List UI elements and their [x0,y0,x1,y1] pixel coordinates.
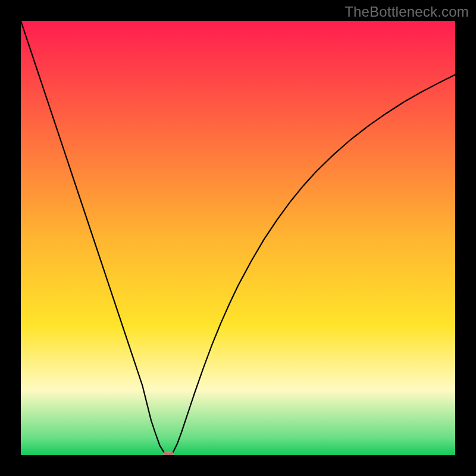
watermark-text: TheBottleneck.com [345,4,469,20]
chart-frame: TheBottleneck.com [0,0,476,476]
plot-area [21,21,455,455]
optimal-marker [162,452,174,456]
bottleneck-curve [21,21,455,455]
